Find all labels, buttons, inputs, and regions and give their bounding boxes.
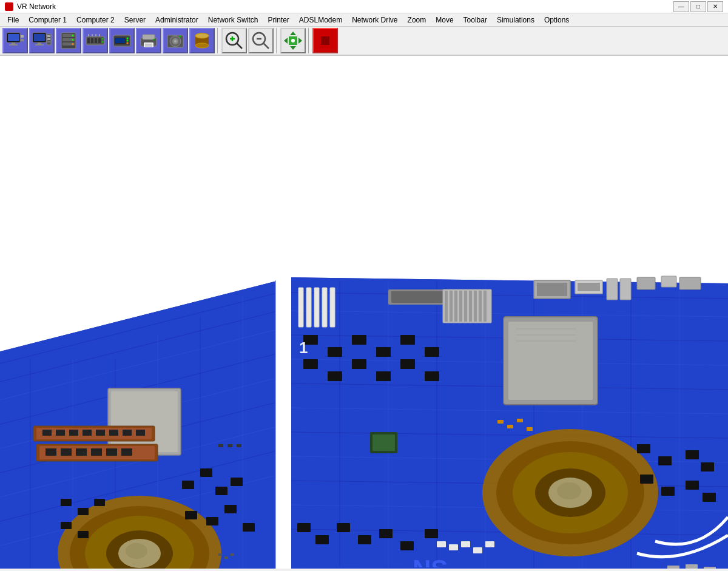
svg-rect-210	[315, 535, 329, 544]
main-canvas[interactable]: NS	[0, 56, 728, 569]
title-controls: — □ ✕	[673, 1, 723, 12]
svg-marker-64	[290, 46, 296, 50]
svg-rect-4	[21, 35, 24, 38]
svg-rect-203	[352, 359, 366, 369]
svg-rect-217	[658, 456, 672, 465]
svg-rect-107	[69, 430, 78, 436]
svg-rect-181	[474, 291, 477, 322]
maximize-button[interactable]: □	[690, 1, 706, 12]
menu-item-administrator[interactable]: Administrator	[150, 15, 203, 25]
svg-rect-231	[607, 279, 618, 300]
menu-item-network-switch[interactable]: Network Switch	[203, 15, 263, 25]
svg-rect-171	[330, 288, 335, 327]
svg-rect-177	[454, 291, 457, 322]
menu-item-simulations[interactable]: Simulations	[492, 15, 539, 25]
toolbar-stop-button[interactable]	[312, 28, 338, 53]
svg-rect-188	[637, 277, 655, 289]
svg-rect-163	[508, 322, 593, 400]
menu-item-file[interactable]: File	[2, 15, 24, 25]
zoom-in-icon	[224, 30, 244, 51]
svg-rect-120	[243, 523, 255, 532]
menu-item-network-drive[interactable]: Network Drive	[347, 15, 402, 25]
toolbar-move-button[interactable]	[280, 28, 306, 53]
menu-item-toolbar[interactable]: Toolbar	[459, 15, 492, 25]
minimize-button[interactable]: —	[673, 1, 689, 12]
svg-rect-216	[637, 444, 650, 453]
svg-rect-167	[298, 288, 303, 327]
menu-item-adsl-modem[interactable]: ADSLModem	[294, 15, 347, 25]
menu-item-computer2[interactable]: Computer 2	[72, 15, 120, 25]
svg-rect-126	[218, 444, 223, 447]
svg-rect-99	[76, 448, 87, 456]
title-left: VR Network	[5, 2, 56, 11]
svg-rect-131	[231, 553, 234, 556]
menu-item-move[interactable]: Move	[431, 15, 458, 25]
svg-point-44	[153, 39, 155, 41]
svg-rect-189	[661, 276, 676, 287]
menu-item-zoom[interactable]: Zoom	[403, 15, 431, 25]
toolbar-zoom-out-button[interactable]	[248, 28, 274, 53]
toolbar-cylinder-button[interactable]	[189, 28, 215, 53]
toolbar-computer1-button[interactable]	[2, 28, 28, 53]
title-bar: VR Network — □ ✕	[0, 0, 728, 13]
menu-item-server[interactable]: Server	[120, 15, 150, 25]
printer-icon	[138, 30, 159, 51]
drive-icon	[165, 30, 186, 51]
svg-rect-127	[228, 444, 232, 447]
svg-point-18	[72, 35, 74, 36]
app-icon	[5, 2, 13, 11]
svg-rect-209	[297, 523, 311, 532]
svg-rect-98	[61, 448, 72, 456]
svg-line-60	[263, 43, 269, 49]
menu-item-printer[interactable]: Printer	[263, 15, 294, 25]
svg-rect-2	[12, 42, 15, 44]
toolbar-modem-button[interactable]	[109, 28, 135, 53]
svg-rect-202	[328, 371, 342, 381]
menu-item-options[interactable]: Options	[539, 15, 574, 25]
menu-item-computer1[interactable]: Computer 1	[24, 15, 72, 25]
toolbar-server-button[interactable]	[56, 28, 81, 53]
toolbar-printer-button[interactable]	[136, 28, 161, 53]
svg-rect-228	[507, 425, 513, 428]
toolbar-move-group	[280, 28, 309, 53]
toolbar-computer2-button[interactable]	[29, 28, 55, 53]
toolbar-zoom-in-button[interactable]	[221, 28, 247, 53]
toolbar-devices-group	[2, 28, 218, 53]
svg-rect-109	[96, 430, 105, 436]
svg-rect-25	[98, 38, 101, 43]
move-icon	[283, 30, 303, 51]
computer1-icon	[5, 30, 25, 51]
svg-rect-207	[400, 359, 415, 369]
svg-rect-8	[38, 42, 41, 44]
svg-point-26	[102, 38, 104, 40]
svg-rect-175	[445, 291, 448, 322]
toolbar-drive-button[interactable]	[163, 28, 188, 53]
svg-rect-187	[578, 283, 600, 291]
toolbar-switch-button[interactable]	[83, 28, 108, 53]
svg-rect-123	[94, 499, 105, 506]
svg-point-49	[180, 36, 181, 38]
svg-rect-227	[497, 420, 504, 424]
svg-rect-169	[314, 288, 319, 327]
svg-point-52	[195, 43, 209, 48]
svg-rect-23	[91, 38, 93, 43]
svg-rect-110	[109, 430, 118, 436]
svg-rect-201	[303, 359, 318, 369]
svg-rect-97	[46, 448, 56, 456]
svg-rect-100	[91, 448, 102, 456]
svg-rect-213	[379, 529, 393, 538]
computer2-icon	[32, 30, 52, 51]
svg-rect-200	[376, 347, 391, 357]
svg-point-66	[291, 39, 295, 42]
svg-rect-105	[42, 430, 52, 436]
scene-container: NS	[0, 56, 728, 569]
svg-rect-208	[425, 371, 439, 381]
svg-text:NS: NS	[413, 555, 448, 569]
svg-rect-229	[517, 419, 523, 422]
svg-rect-206	[425, 347, 439, 357]
svg-rect-42	[145, 44, 152, 45]
close-button[interactable]: ✕	[707, 1, 723, 12]
svg-rect-234	[449, 544, 458, 550]
modem-icon	[112, 30, 132, 51]
svg-rect-214	[400, 541, 414, 550]
